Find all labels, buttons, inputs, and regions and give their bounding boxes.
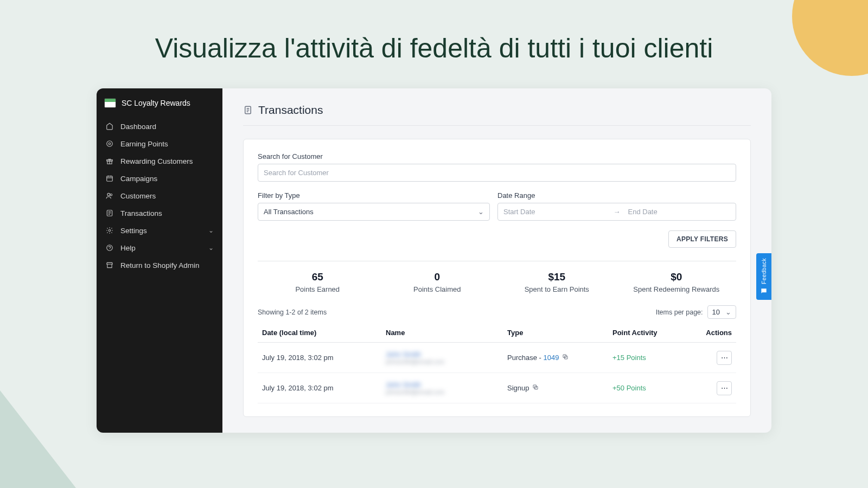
app-logo-icon (104, 98, 116, 108)
sidebar-item-customers[interactable]: Customers (97, 187, 222, 204)
marketing-headline: Visualizza l'attività di fedeltà di tutt… (0, 0, 868, 88)
date-range-label: Date Range (497, 191, 736, 200)
decorative-corner-triangle (0, 390, 76, 488)
listing-meta: Showing 1-2 of 2 items Items per page: 1… (258, 305, 736, 319)
chevron-down-icon: ⌄ (725, 308, 731, 316)
stat-value: $15 (497, 271, 617, 283)
date-range-picker[interactable]: → (497, 203, 736, 221)
arrow-right-icon: → (614, 208, 621, 216)
chevron-down-icon: ⌄ (208, 227, 214, 234)
sidebar-item-earning-points[interactable]: Earning Points (97, 135, 222, 152)
order-link[interactable]: 1049 (543, 354, 559, 362)
stat-points-earned: 65 Points Earned (258, 271, 378, 293)
page-header: Transactions (243, 104, 751, 126)
customer-email: johnsmith@email.com (386, 358, 499, 365)
sidebar-header: SC Loyalty Rewards (97, 98, 222, 118)
search-input[interactable] (258, 164, 736, 182)
sidebar-item-label: Rewarding Customers (120, 157, 193, 165)
items-per-page-select[interactable]: 10 ⌄ (707, 305, 736, 319)
sidebar-item-dashboard[interactable]: Dashboard (97, 118, 222, 135)
target-icon (105, 139, 114, 148)
apply-filters-button[interactable]: APPLY FILTERS (668, 230, 736, 248)
row-actions-button[interactable]: ⋯ (717, 381, 732, 395)
sidebar-nav: Dashboard Earning Points Rewarding Custo… (97, 118, 222, 274)
cell-name: John Smith johnsmith@email.com (381, 373, 503, 403)
chevron-down-icon: ⌄ (208, 244, 214, 252)
stats-row: 65 Points Earned 0 Points Claimed $15 Sp… (258, 271, 736, 293)
customer-name-link[interactable]: John Smith (386, 381, 499, 389)
svg-point-9 (107, 245, 113, 251)
transactions-table: Date (local time) Name Type Point Activi… (258, 323, 736, 403)
home-icon (105, 122, 114, 131)
table-row: July 19, 2018, 3:02 pm John Smith johnsm… (258, 343, 736, 373)
stat-label: Spent to Earn Points (497, 285, 617, 293)
sidebar-item-label: Customers (120, 192, 156, 200)
cell-type: Signup (503, 373, 608, 403)
sidebar-item-settings[interactable]: Settings ⌄ (97, 222, 222, 239)
svg-point-6 (110, 194, 112, 196)
svg-point-8 (108, 229, 111, 232)
cell-actions: ⋯ (687, 373, 736, 403)
cell-date: July 19, 2018, 3:02 pm (258, 373, 381, 403)
sidebar-item-label: Earning Points (120, 140, 168, 148)
col-date: Date (local time) (258, 323, 381, 343)
chat-icon (760, 287, 768, 295)
calendar-icon (105, 174, 114, 183)
row-actions-button[interactable]: ⋯ (717, 351, 732, 365)
page-title: Transactions (258, 104, 323, 117)
start-date-input[interactable] (503, 208, 606, 216)
stat-spent-redeem: $0 Spent Redeeming Rewards (617, 271, 737, 293)
stat-spent-earn: $15 Spent to Earn Points (497, 271, 617, 293)
filter-type-select[interactable]: All Transactions ⌄ (258, 203, 490, 221)
feedback-label: Feedback (761, 258, 767, 284)
customer-email: johnsmith@email.com (386, 389, 499, 395)
chevron-down-icon: ⌄ (478, 208, 484, 216)
filter-type-value: All Transactions (264, 208, 314, 216)
sidebar-item-label: Settings (120, 227, 147, 235)
search-label: Search for Customer (258, 152, 736, 160)
sidebar: SC Loyalty Rewards Dashboard Earning Poi… (97, 88, 222, 433)
cell-date: July 19, 2018, 3:02 pm (258, 343, 381, 373)
customer-name-link[interactable]: John Smith (386, 350, 499, 358)
svg-rect-4 (107, 176, 113, 181)
col-type: Type (503, 323, 608, 343)
sidebar-item-rewarding-customers[interactable]: Rewarding Customers (97, 152, 222, 170)
sidebar-item-return-shopify[interactable]: Return to Shopify Admin (97, 256, 222, 274)
cell-name: John Smith johnsmith@email.com (381, 343, 503, 373)
stat-value: 65 (258, 271, 378, 283)
sidebar-item-transactions[interactable]: Transactions (97, 204, 222, 222)
main-content: Transactions Search for Customer Filter … (222, 88, 771, 433)
sidebar-item-help[interactable]: Help ⌄ (97, 239, 222, 256)
svg-point-0 (107, 141, 113, 147)
gift-icon (105, 157, 114, 165)
help-icon (105, 243, 114, 252)
copy-icon[interactable] (562, 354, 569, 362)
stat-label: Spent Redeeming Rewards (617, 285, 737, 293)
list-icon (105, 209, 114, 217)
cell-point-activity: +50 Points (608, 373, 687, 403)
stat-label: Points Claimed (378, 285, 497, 293)
document-icon (243, 105, 253, 115)
sidebar-item-label: Help (120, 244, 136, 252)
svg-point-5 (107, 193, 110, 196)
cell-type: Purchase - 1049 (503, 343, 608, 373)
stat-points-claimed: 0 Points Claimed (378, 271, 497, 293)
app-name: SC Loyalty Rewards (122, 99, 190, 107)
col-actions: Actions (687, 323, 736, 343)
col-point-activity: Point Activity (608, 323, 687, 343)
sidebar-item-label: Campaigns (120, 175, 157, 183)
stat-value: $0 (617, 271, 737, 283)
sidebar-item-campaigns[interactable]: Campaigns (97, 170, 222, 187)
items-per-page-label: Items per page: (656, 309, 703, 316)
users-icon (105, 191, 114, 200)
table-row: July 19, 2018, 3:02 pm John Smith johnsm… (258, 373, 736, 403)
cell-point-activity: +15 Points (608, 343, 687, 373)
end-date-input[interactable] (628, 208, 731, 216)
cell-actions: ⋯ (687, 343, 736, 373)
gear-icon (105, 226, 114, 235)
copy-icon[interactable] (532, 384, 539, 392)
sidebar-item-label: Return to Shopify Admin (120, 261, 200, 269)
feedback-tab[interactable]: Feedback (756, 253, 771, 300)
divider (258, 261, 736, 261)
showing-count: Showing 1-2 of 2 items (258, 309, 327, 316)
